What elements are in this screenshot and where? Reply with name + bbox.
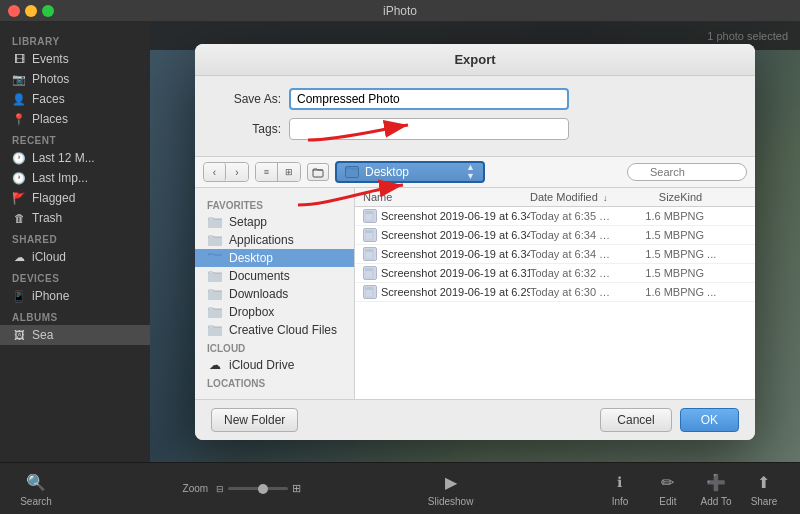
svg-rect-4	[208, 219, 222, 228]
col-date-header[interactable]: Date Modified ↓	[530, 191, 613, 203]
sidebar-item-iphone[interactable]: 📱 iPhone	[0, 286, 150, 306]
file-row[interactable]: Screenshot 2019-06-19 at 6.34.02 PM Toda…	[355, 245, 755, 264]
app-body: LIBRARY 🎞 Events 📷 Photos 👤 Faces 📍 Plac…	[0, 22, 800, 514]
add-to-button[interactable]: ➕ Add To	[696, 470, 736, 507]
ok-button[interactable]: OK	[680, 408, 739, 432]
sidebar-item-last12[interactable]: 🕐 Last 12 M...	[0, 148, 150, 168]
file-row[interactable]: Screenshot 2019-06-19 at 6.31.57 PM Toda…	[355, 264, 755, 283]
sidebar-item-faces-label: Faces	[32, 92, 65, 106]
svg-rect-9	[208, 309, 222, 318]
list-view-button[interactable]: ≡	[256, 163, 278, 181]
col-kind-header[interactable]: Kind	[680, 191, 747, 203]
svg-rect-10	[208, 327, 222, 336]
flagged-icon: 🚩	[12, 191, 26, 205]
sidebar-item-trash[interactable]: 🗑 Trash	[0, 208, 150, 228]
col-name-header[interactable]: Name	[363, 191, 530, 203]
sidebar-item-flagged-label: Flagged	[32, 191, 75, 205]
forward-button[interactable]: ›	[226, 163, 248, 181]
svg-rect-2	[313, 170, 323, 177]
recent-section-label: RECENT	[0, 129, 150, 148]
favorites-item-desktop[interactable]: Desktop	[195, 249, 354, 267]
slideshow-button[interactable]: ▶ Slideshow	[428, 470, 474, 507]
search-input[interactable]	[627, 163, 747, 181]
minimize-button[interactable]	[25, 5, 37, 17]
toolbar-zoom: Zoom ⊟ ⊞	[183, 482, 302, 495]
file-date: Today at 6:34 PM	[530, 248, 613, 260]
file-row[interactable]: Screenshot 2019-06-19 at 6.29.19 PM Toda…	[355, 283, 755, 302]
share-icon: ⬆	[752, 470, 776, 494]
save-as-label: Save As:	[211, 92, 281, 106]
file-size: 1.6 MB	[613, 210, 680, 222]
browser-toolbar: ‹ › ≡ ⊞	[195, 156, 755, 188]
add-icon: ➕	[704, 470, 728, 494]
favorites-item-applications[interactable]: Applications	[195, 231, 354, 249]
downloads-label: Downloads	[229, 287, 288, 301]
export-dialog: Export Save As: Tags:	[195, 44, 755, 440]
zoom-thumb	[258, 484, 268, 494]
sidebar-item-lastimport[interactable]: 🕐 Last Imp...	[0, 168, 150, 188]
location-dropdown[interactable]: Desktop ▲ ▼	[335, 161, 485, 183]
share-button[interactable]: ⬆ Share	[744, 470, 784, 507]
search-toolbar-icon: 🔍	[24, 470, 48, 494]
save-as-row: Save As:	[211, 88, 739, 110]
file-row[interactable]: Screenshot 2019-06-19 at 6.34.30 PM Toda…	[355, 226, 755, 245]
favorites-item-setapp[interactable]: Setapp	[195, 213, 354, 231]
file-size: 1.5 MB	[613, 229, 680, 241]
sidebar-item-photos[interactable]: 📷 Photos	[0, 69, 150, 89]
save-as-input[interactable]	[289, 88, 569, 110]
cc-icon	[207, 323, 223, 337]
edit-button[interactable]: ✏ Edit	[648, 470, 688, 507]
locations-label: Locations	[195, 374, 354, 391]
sidebar-item-places[interactable]: 📍 Places	[0, 109, 150, 129]
setapp-icon	[207, 215, 223, 229]
search-toolbar-button[interactable]: 🔍 Search	[16, 470, 56, 507]
sidebar-item-last12-label: Last 12 M...	[32, 151, 95, 165]
new-folder-small-button[interactable]	[307, 163, 329, 181]
titlebar: iPhoto	[0, 0, 800, 22]
sidebar-item-sea-label: Sea	[32, 328, 53, 342]
trash-icon: 🗑	[12, 211, 26, 225]
favorites-item-downloads[interactable]: Downloads	[195, 285, 354, 303]
favorites-panel: Favorites Setapp	[195, 188, 355, 399]
svg-rect-5	[208, 237, 222, 246]
cancel-button[interactable]: Cancel	[600, 408, 671, 432]
sidebar-item-events[interactable]: 🎞 Events	[0, 49, 150, 69]
new-folder-icon	[312, 166, 324, 178]
library-section-label: LIBRARY	[0, 30, 150, 49]
info-button[interactable]: ℹ Info	[600, 470, 640, 507]
sidebar-item-icloud[interactable]: ☁ iCloud	[0, 247, 150, 267]
dropbox-icon	[207, 305, 223, 319]
favorites-item-documents[interactable]: Documents	[195, 267, 354, 285]
file-kind: PNG ...	[680, 286, 747, 298]
maximize-button[interactable]	[42, 5, 54, 17]
sidebar-item-faces[interactable]: 👤 Faces	[0, 89, 150, 109]
file-icon	[363, 266, 377, 280]
file-kind: PNG ...	[680, 248, 747, 260]
file-browser: ‹ › ≡ ⊞	[195, 156, 755, 399]
sea-icon: 🖼	[12, 328, 26, 342]
new-folder-button[interactable]: New Folder	[211, 408, 298, 432]
tags-input[interactable]	[289, 118, 569, 140]
zoom-control[interactable]: ⊟ ⊞	[216, 482, 301, 495]
zoom-slider[interactable]	[228, 487, 288, 490]
favorites-item-dropbox[interactable]: Dropbox	[195, 303, 354, 321]
favorites-item-cc[interactable]: Creative Cloud Files	[195, 321, 354, 339]
close-button[interactable]	[8, 5, 20, 17]
sidebar-item-flagged[interactable]: 🚩 Flagged	[0, 188, 150, 208]
back-button[interactable]: ‹	[204, 163, 226, 181]
zoom-max-icon: ⊞	[292, 482, 301, 495]
app-title: iPhoto	[383, 4, 417, 18]
sidebar-item-sea[interactable]: 🖼 Sea	[0, 325, 150, 345]
icon-view-button[interactable]: ⊞	[278, 163, 300, 181]
svg-rect-14	[365, 230, 373, 233]
browser-panels: Favorites Setapp	[195, 188, 755, 399]
col-size-header[interactable]: Size	[613, 191, 680, 203]
sidebar-item-photos-label: Photos	[32, 72, 69, 86]
desktop-label: Desktop	[229, 251, 273, 265]
file-row[interactable]: Screenshot 2019-06-19 at 6.34.48 PM Toda…	[355, 207, 755, 226]
zoom-label: Zoom	[183, 483, 209, 494]
view-buttons: ≡ ⊞	[255, 162, 301, 182]
favorites-item-icloud-drive[interactable]: ☁ iCloud Drive	[195, 356, 354, 374]
file-name: Screenshot 2019-06-19 at 6.34.02 PM	[381, 248, 530, 260]
svg-rect-7	[208, 273, 222, 282]
